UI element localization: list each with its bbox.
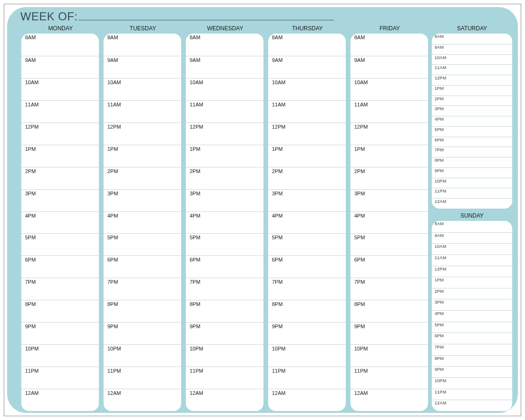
time-slot[interactable]: 1PM [268,145,346,167]
time-slot[interactable]: 12AM [186,389,263,411]
time-slot[interactable]: 6PM [21,255,99,278]
time-slot[interactable]: 9AM [104,56,181,78]
time-slot[interactable]: 2PM [186,167,263,189]
time-slot[interactable]: 8AM [268,34,346,56]
time-slot[interactable]: 6PM [432,332,512,344]
time-slot[interactable]: 5PM [104,233,181,255]
time-slot[interactable]: 10PM [432,178,512,188]
time-slot[interactable]: 1PM [186,145,263,167]
time-slot[interactable]: 10AM [104,78,181,100]
time-slot[interactable]: 6PM [268,255,346,278]
time-slot[interactable]: 6PM [350,255,428,278]
time-slot[interactable]: 2PM [104,167,181,189]
column-sunday[interactable]: 8AM9AM10AM11AM12PM1PM2PM3PM4PM5PM6PM7PM8… [432,221,512,411]
time-slot[interactable]: 5PM [268,233,346,255]
time-slot[interactable]: 10PM [21,344,99,367]
time-slot[interactable]: 12PM [21,122,99,145]
time-slot[interactable]: 12PM [268,122,346,145]
time-slot[interactable]: 12PM [432,75,512,85]
time-slot[interactable]: 10AM [432,54,512,65]
time-slot[interactable]: 7PM [268,278,346,300]
time-slot[interactable]: 11AM [21,100,99,122]
column-monday[interactable]: 8AM9AM10AM11AM12PM1PM2PM3PM4PM5PM6PM7PM8… [21,34,99,411]
time-slot[interactable]: 8AM [21,34,99,56]
time-slot[interactable]: 8PM [186,300,263,322]
time-slot[interactable]: 7PM [432,344,512,355]
time-slot[interactable]: 5PM [432,126,512,137]
time-slot[interactable]: 7PM [21,278,99,300]
time-slot[interactable]: 3PM [350,189,428,211]
time-slot[interactable]: 4PM [21,211,99,234]
time-slot[interactable]: 11PM [268,367,346,389]
time-slot[interactable]: 12AM [104,389,181,411]
time-slot[interactable]: 4PM [186,211,263,234]
time-slot[interactable]: 9AM [432,232,512,244]
time-slot[interactable]: 9AM [432,44,512,54]
column-thursday[interactable]: 8AM9AM10AM11AM12PM1PM2PM3PM4PM5PM6PM7PM8… [268,34,346,411]
time-slot[interactable]: 9AM [350,56,428,78]
time-slot[interactable]: 1PM [104,145,181,167]
time-slot[interactable]: 11AM [268,100,346,122]
time-slot[interactable]: 1PM [432,85,512,96]
time-slot[interactable]: 11AM [432,254,512,266]
time-slot[interactable]: 9PM [268,322,346,344]
time-slot[interactable]: 5PM [432,322,512,333]
time-slot[interactable]: 10PM [350,344,428,367]
time-slot[interactable]: 3PM [432,105,512,116]
time-slot[interactable]: 3PM [268,189,346,211]
time-slot[interactable]: 8AM [350,34,428,56]
time-slot[interactable]: 12PM [186,122,263,145]
time-slot[interactable]: 4PM [268,211,346,234]
time-slot[interactable]: 8PM [268,300,346,322]
time-slot[interactable]: 11PM [21,367,99,389]
time-slot[interactable]: 11PM [104,367,181,389]
time-slot[interactable]: 8PM [21,300,99,322]
time-slot[interactable]: 12AM [350,389,428,411]
time-slot[interactable]: 12AM [21,389,99,411]
time-slot[interactable]: 2PM [432,96,512,106]
time-slot[interactable]: 8AM [186,34,263,56]
time-slot[interactable]: 12PM [432,266,512,277]
time-slot[interactable]: 10AM [186,78,263,100]
time-slot[interactable]: 11AM [104,100,181,122]
time-slot[interactable]: 8AM [432,34,512,44]
time-slot[interactable]: 9PM [186,322,263,344]
time-slot[interactable]: 11AM [432,64,512,75]
time-slot[interactable]: 9PM [350,322,428,344]
time-slot[interactable]: 2PM [350,167,428,189]
time-slot[interactable]: 3PM [21,189,99,211]
time-slot[interactable]: 10PM [432,377,512,389]
time-slot[interactable]: 9AM [268,56,346,78]
time-slot[interactable]: 6PM [186,255,263,278]
time-slot[interactable]: 4PM [432,116,512,126]
time-slot[interactable]: 9PM [104,322,181,344]
time-slot[interactable]: 2PM [21,167,99,189]
time-slot[interactable]: 12AM [268,389,346,411]
time-slot[interactable]: 4PM [104,211,181,234]
time-slot[interactable]: 8PM [432,355,512,367]
column-saturday[interactable]: 8AM9AM10AM11AM12PM1PM2PM3PM4PM5PM6PM7PM8… [432,34,512,209]
time-slot[interactable]: 9AM [21,56,99,78]
time-slot[interactable]: 1PM [21,145,99,167]
time-slot[interactable]: 6PM [432,137,512,147]
time-slot[interactable]: 4PM [350,211,428,234]
time-slot[interactable]: 9PM [432,167,512,178]
time-slot[interactable]: 2PM [268,167,346,189]
time-slot[interactable]: 3PM [432,299,512,310]
time-slot[interactable]: 8PM [104,300,181,322]
time-slot[interactable]: 10AM [21,78,99,100]
time-slot[interactable]: 3PM [104,189,181,211]
time-slot[interactable]: 8PM [432,157,512,167]
time-slot[interactable]: 7PM [186,278,263,300]
time-slot[interactable]: 10AM [350,78,428,100]
time-slot[interactable]: 4PM [432,310,512,322]
time-slot[interactable]: 11PM [350,367,428,389]
time-slot[interactable]: 12PM [104,122,181,145]
time-slot[interactable]: 12PM [350,122,428,145]
column-friday[interactable]: 8AM9AM10AM11AM12PM1PM2PM3PM4PM5PM6PM7PM8… [350,34,428,411]
time-slot[interactable]: 10PM [268,344,346,367]
time-slot[interactable]: 11PM [432,389,512,400]
time-slot[interactable]: 10AM [268,78,346,100]
time-slot[interactable]: 8AM [104,34,181,56]
time-slot[interactable]: 12AM [432,400,512,411]
